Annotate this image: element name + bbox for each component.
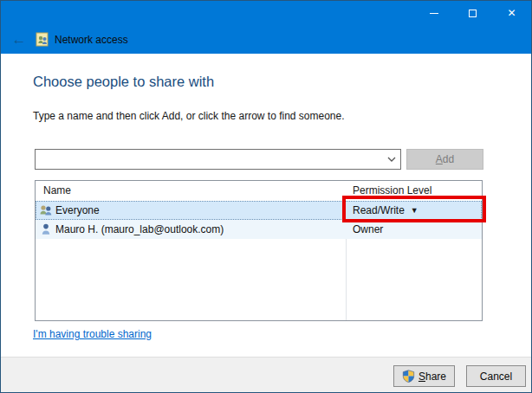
- permission-value-owner-text: Owner: [353, 223, 383, 235]
- column-header-permission[interactable]: Permission Level: [353, 184, 431, 196]
- row-name-everyone: Everyone: [55, 204, 100, 216]
- minimize-button[interactable]: [414, 1, 453, 25]
- close-button[interactable]: ✕: [492, 1, 531, 25]
- group-icon: [39, 203, 53, 217]
- network-access-icon: [35, 32, 49, 47]
- name-input[interactable]: [37, 151, 375, 168]
- table-row-mauro[interactable]: Mauro H. (mauro_lab@outlook.com) Owner: [36, 220, 482, 239]
- maximize-icon: [469, 10, 477, 17]
- title-bar: ✕: [1, 1, 531, 25]
- minimize-icon: [430, 13, 438, 14]
- uac-shield-icon: [402, 370, 415, 383]
- network-access-window: ✕ ← Network access Choose people to shar…: [0, 0, 532, 393]
- table-row-everyone[interactable]: Everyone Read/Write ▼: [36, 201, 482, 220]
- name-combobox[interactable]: [35, 149, 401, 170]
- share-button[interactable]: Share: [393, 365, 455, 387]
- cancel-button[interactable]: Cancel: [466, 365, 526, 387]
- nav-bar: ← Network access: [1, 25, 531, 54]
- chevron-down-icon[interactable]: [387, 156, 396, 163]
- permission-value-everyone: Read/Write: [353, 204, 405, 216]
- user-icon: [39, 222, 53, 236]
- window-title: Network access: [55, 34, 128, 46]
- maximize-button[interactable]: [453, 1, 492, 25]
- back-button[interactable]: ←: [8, 32, 30, 47]
- column-header-name[interactable]: Name: [43, 184, 71, 196]
- page-title: Choose people to share with: [33, 74, 214, 90]
- instruction-text: Type a name and then click Add, or click…: [33, 110, 345, 122]
- permission-value-owner: Owner: [353, 223, 383, 235]
- dropdown-arrow-icon[interactable]: ▼: [411, 206, 418, 215]
- share-button-label: Share: [418, 370, 446, 383]
- cancel-button-label: Cancel: [480, 370, 512, 383]
- trouble-sharing-link[interactable]: I'm having trouble sharing: [33, 328, 152, 340]
- permission-dropdown-everyone[interactable]: Read/Write ▼: [353, 204, 418, 216]
- add-button[interactable]: Add: [406, 149, 483, 170]
- table-header[interactable]: Name Permission Level: [36, 181, 482, 201]
- people-table: Name Permission Level Everyone Read/Writ…: [35, 180, 483, 321]
- add-button-label: Add: [436, 153, 454, 165]
- row-name-mauro: Mauro H. (mauro_lab@outlook.com): [55, 223, 224, 235]
- close-icon: ✕: [507, 8, 516, 18]
- footer-bar: Share Cancel: [1, 357, 531, 392]
